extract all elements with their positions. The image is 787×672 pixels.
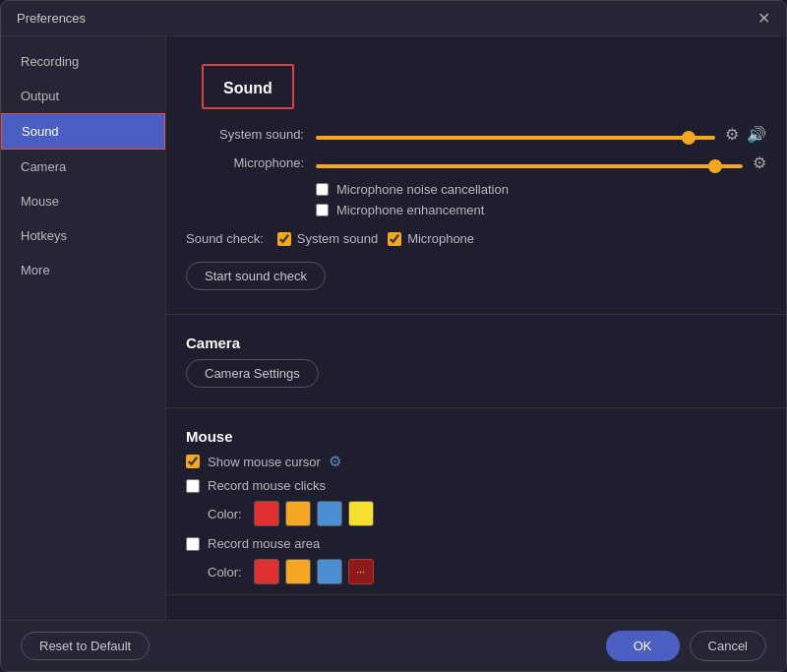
- area-color-more[interactable]: ···: [348, 559, 374, 584]
- start-sound-check-button[interactable]: Start sound check: [186, 262, 326, 290]
- dialog-title: Preferences: [17, 11, 86, 26]
- system-sound-icons: ⚙ 🔊: [725, 125, 766, 144]
- sidebar-item-more[interactable]: More: [1, 253, 165, 287]
- cursor-settings-icon[interactable]: ⚙: [329, 453, 341, 470]
- noise-cancellation-row: Microphone noise cancellation: [316, 182, 766, 197]
- system-sound-row: System sound: ⚙ 🔊: [186, 125, 766, 144]
- record-area-checkbox[interactable]: [186, 537, 200, 551]
- microphone-icons: ⚙: [753, 153, 766, 172]
- camera-section: Camera Camera Settings: [166, 325, 786, 397]
- sidebar-item-sound[interactable]: Sound: [1, 113, 165, 150]
- mouse-section: Mouse Show mouse cursor ⚙ Record mouse c…: [166, 418, 786, 584]
- show-cursor-label[interactable]: Show mouse cursor: [208, 455, 321, 469]
- clicks-color-orange[interactable]: [285, 501, 311, 526]
- close-button[interactable]: ✕: [757, 11, 770, 27]
- reset-to-default-button[interactable]: Reset to Default: [21, 632, 150, 660]
- area-color-blue[interactable]: [317, 559, 342, 584]
- sidebar-item-hotkeys[interactable]: Hotkeys: [1, 218, 165, 253]
- sidebar-item-output[interactable]: Output: [1, 79, 165, 113]
- record-clicks-checkbox[interactable]: [186, 479, 200, 493]
- sidebar-item-camera[interactable]: Camera: [1, 150, 165, 184]
- cancel-button[interactable]: Cancel: [690, 631, 766, 661]
- record-area-row: Record mouse area: [186, 536, 766, 551]
- clicks-color-label: Color:: [208, 507, 242, 521]
- system-sound-slider-container: [316, 126, 715, 144]
- area-color-row: Color: ···: [208, 559, 766, 584]
- sound-sliders: System sound: ⚙ 🔊 Microphone:: [166, 125, 786, 304]
- sidebar: Recording Output Sound Camera Mouse Hotk…: [1, 36, 166, 620]
- area-color-red[interactable]: [254, 559, 279, 584]
- record-clicks-label[interactable]: Record mouse clicks: [208, 478, 326, 493]
- system-sound-speaker-icon[interactable]: 🔊: [747, 125, 766, 144]
- clicks-color-blue[interactable]: [317, 501, 342, 526]
- ok-button[interactable]: OK: [606, 631, 680, 661]
- show-cursor-checkbox[interactable]: [186, 455, 200, 468]
- system-sound-check-option: System sound: [277, 231, 378, 246]
- system-sound-settings-icon[interactable]: ⚙: [725, 125, 739, 144]
- mouse-section-title: Mouse: [166, 418, 786, 453]
- clicks-color-row: Color:: [208, 501, 766, 526]
- mouse-options: Show mouse cursor ⚙ Record mouse clicks …: [166, 453, 786, 584]
- footer: Reset to Default OK Cancel: [1, 620, 786, 671]
- content-area: Sound System sound: ⚙ 🔊 Microph: [166, 36, 786, 620]
- sound-check-system-checkbox[interactable]: [277, 232, 291, 246]
- camera-section-title: Camera: [166, 325, 786, 359]
- microphone-slider-container: [316, 154, 743, 172]
- camera-settings-button[interactable]: Camera Settings: [186, 359, 319, 388]
- enhancement-label[interactable]: Microphone enhancement: [336, 203, 484, 217]
- clicks-color-red[interactable]: [254, 501, 279, 526]
- area-color-orange[interactable]: [285, 559, 311, 584]
- main-content: Recording Output Sound Camera Mouse Hotk…: [1, 36, 786, 620]
- enhancement-checkbox[interactable]: [316, 204, 329, 216]
- system-sound-slider[interactable]: [316, 136, 715, 140]
- area-color-label: Color:: [208, 565, 242, 580]
- clicks-color-yellow[interactable]: [348, 501, 374, 526]
- titlebar: Preferences ✕: [1, 1, 786, 36]
- microphone-check-option: Microphone: [388, 231, 474, 246]
- sidebar-item-mouse[interactable]: Mouse: [1, 184, 165, 218]
- system-sound-label: System sound:: [186, 127, 304, 142]
- noise-cancellation-label[interactable]: Microphone noise cancellation: [336, 182, 509, 197]
- footer-buttons: OK Cancel: [606, 631, 766, 661]
- enhancement-row: Microphone enhancement: [316, 203, 766, 217]
- sound-check-microphone-checkbox[interactable]: [388, 232, 401, 246]
- record-area-label[interactable]: Record mouse area: [208, 536, 320, 551]
- microphone-label: Microphone:: [186, 155, 304, 170]
- sound-check-microphone-label[interactable]: Microphone: [407, 231, 474, 246]
- noise-cancellation-checkbox[interactable]: [316, 183, 329, 196]
- microphone-row: Microphone: ⚙: [186, 153, 766, 172]
- microphone-slider[interactable]: [316, 164, 743, 168]
- sound-section-header: Sound: [202, 64, 294, 109]
- microphone-settings-icon[interactable]: ⚙: [753, 153, 766, 172]
- record-clicks-row: Record mouse clicks: [186, 478, 766, 493]
- show-cursor-row: Show mouse cursor ⚙: [186, 453, 766, 470]
- sound-check-row: Sound check: System sound Microphone: [186, 231, 766, 246]
- sound-check-system-label[interactable]: System sound: [297, 231, 378, 246]
- sidebar-item-recording[interactable]: Recording: [1, 44, 165, 79]
- sound-check-label: Sound check:: [186, 231, 264, 246]
- preferences-dialog: Preferences ✕ Recording Output Sound Cam…: [0, 0, 787, 672]
